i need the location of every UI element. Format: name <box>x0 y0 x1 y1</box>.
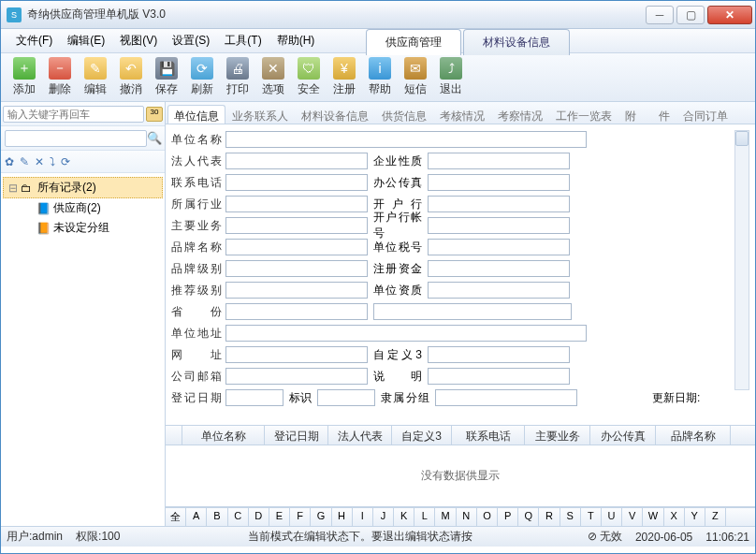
minimize-button[interactable]: ─ <box>646 6 674 24</box>
field-input[interactable] <box>435 389 577 406</box>
sub-tab[interactable]: 考察情况 <box>491 105 549 124</box>
field-input[interactable] <box>225 282 368 299</box>
tree-tool-icon[interactable]: ⤵ <box>50 155 55 168</box>
toolbar-打印[interactable]: 🖨打印 <box>220 55 255 99</box>
alpha-filter-F[interactable]: F <box>290 508 311 526</box>
alpha-filter-T[interactable]: T <box>581 508 602 526</box>
grid-column-header[interactable]: 办公传真 <box>590 426 656 445</box>
tree-tool-icon[interactable]: ✿ <box>5 155 14 168</box>
menu-item[interactable]: 设置(S) <box>165 30 217 51</box>
field-input[interactable] <box>225 217 368 234</box>
tree-node[interactable]: ⊟🗀所有记录(2) <box>3 177 163 198</box>
toolbar-刷新[interactable]: ⟳刷新 <box>184 55 220 99</box>
alpha-filter-D[interactable]: D <box>249 508 269 526</box>
search-icon[interactable]: 🔍 <box>147 130 162 147</box>
field-input[interactable] <box>373 303 572 320</box>
tree-node[interactable]: 📙未设定分组 <box>3 218 163 238</box>
toolbar-删除[interactable]: －删除 <box>42 55 78 99</box>
alpha-filter-E[interactable]: E <box>269 508 290 526</box>
field-input[interactable] <box>225 368 368 385</box>
doc-tab[interactable]: 供应商管理 <box>366 29 461 55</box>
field-input[interactable] <box>225 389 284 406</box>
sub-tab[interactable]: 工作一览表 <box>549 105 618 124</box>
field-input[interactable] <box>225 174 368 191</box>
alpha-filter-N[interactable]: N <box>457 508 477 526</box>
toolbar-添加[interactable]: ＋添加 <box>7 55 42 99</box>
field-input[interactable] <box>225 153 368 169</box>
alpha-filter-B[interactable]: B <box>207 508 227 526</box>
menu-item[interactable]: 视图(V) <box>112 30 165 51</box>
sub-tab[interactable]: 材料设备信息 <box>295 105 375 124</box>
grid-column-header[interactable]: 自定义3 <box>392 426 452 445</box>
maximize-button[interactable]: ▢ <box>676 6 705 24</box>
alpha-filter-Q[interactable]: Q <box>518 508 539 526</box>
field-input[interactable] <box>225 239 368 255</box>
toolbar-帮助[interactable]: i帮助 <box>362 55 398 99</box>
alpha-filter-全[interactable]: 全 <box>166 508 186 526</box>
field-input[interactable] <box>225 131 587 148</box>
menu-item[interactable]: 帮助(H) <box>269 30 323 51</box>
field-input[interactable] <box>428 153 570 169</box>
toolbar-退出[interactable]: ⤴退出 <box>433 55 469 99</box>
field-input[interactable] <box>428 346 570 363</box>
alpha-filter-K[interactable]: K <box>394 508 414 526</box>
toolbar-注册[interactable]: ¥注册 <box>327 55 362 99</box>
toolbar-选项[interactable]: ✕选项 <box>255 55 291 99</box>
alpha-filter-Y[interactable]: Y <box>685 508 705 526</box>
toolbar-编辑[interactable]: ✎编辑 <box>78 55 113 99</box>
toolbar-短信[interactable]: ✉短信 <box>398 55 433 99</box>
field-input[interactable] <box>225 303 368 320</box>
grid-column-header[interactable]: 单位名称 <box>182 426 265 445</box>
grid-column-header[interactable]: 法人代表 <box>328 426 392 445</box>
close-button[interactable]: ✕ <box>707 6 752 24</box>
sub-tab[interactable]: 供货信息 <box>375 105 433 124</box>
alpha-filter-M[interactable]: M <box>435 508 456 526</box>
sub-tab[interactable]: 业务联系人 <box>225 105 295 124</box>
alpha-filter-G[interactable]: G <box>311 508 331 526</box>
field-input[interactable] <box>428 196 570 212</box>
toolbar-安全[interactable]: 🛡安全 <box>291 55 327 99</box>
menu-item[interactable]: 工具(T) <box>217 30 269 51</box>
alpha-filter-X[interactable]: X <box>664 508 685 526</box>
vertical-scrollbar[interactable] <box>734 130 749 390</box>
grid-column-header[interactable]: 联系电话 <box>452 426 525 445</box>
field-input[interactable] <box>428 217 570 234</box>
keyword-input[interactable] <box>3 106 144 123</box>
alpha-filter-H[interactable]: H <box>332 508 353 526</box>
alpha-filter-S[interactable]: S <box>560 508 581 526</box>
menu-item[interactable]: 文件(F) <box>8 30 60 51</box>
alpha-filter-Z[interactable]: Z <box>705 508 726 526</box>
alpha-filter-R[interactable]: R <box>539 508 560 526</box>
field-input[interactable] <box>317 389 375 406</box>
alpha-filter-V[interactable]: V <box>622 508 643 526</box>
field-input[interactable] <box>225 260 368 277</box>
calendar-icon[interactable]: 30 <box>146 107 163 122</box>
grid-column-header[interactable] <box>166 426 182 445</box>
tree-tool-icon[interactable]: ⟳ <box>61 155 70 168</box>
doc-tab[interactable]: 材料设备信息 <box>463 29 570 55</box>
sub-tab[interactable]: 合同订单 <box>676 105 734 124</box>
alpha-filter-J[interactable]: J <box>373 508 394 526</box>
toolbar-撤消[interactable]: ↶撤消 <box>113 55 149 99</box>
tree-node[interactable]: 📘供应商(2) <box>3 198 163 218</box>
field-input[interactable] <box>428 368 570 385</box>
field-input[interactable] <box>428 174 570 191</box>
filter-input[interactable] <box>5 130 147 147</box>
grid-column-header[interactable]: 主要业务 <box>525 426 590 445</box>
tree-tool-icon[interactable]: ✕ <box>35 155 44 168</box>
alpha-filter-O[interactable]: O <box>477 508 498 526</box>
toolbar-保存[interactable]: 💾保存 <box>149 55 184 99</box>
grid-column-header[interactable]: 登记日期 <box>265 426 328 445</box>
alpha-filter-L[interactable]: L <box>414 508 435 526</box>
alpha-filter-U[interactable]: U <box>602 508 622 526</box>
sub-tab[interactable]: 考核情况 <box>433 105 491 124</box>
alpha-filter-C[interactable]: C <box>228 508 249 526</box>
field-input[interactable] <box>428 260 570 277</box>
field-input[interactable] <box>428 282 570 299</box>
sub-tab[interactable]: 单位信息 <box>167 105 225 124</box>
grid-column-header[interactable]: 品牌名称 <box>656 426 731 445</box>
field-input[interactable] <box>428 239 570 255</box>
field-input[interactable] <box>225 196 368 212</box>
menu-item[interactable]: 编辑(E) <box>60 30 112 51</box>
sub-tab[interactable]: 附 件 <box>618 105 676 124</box>
